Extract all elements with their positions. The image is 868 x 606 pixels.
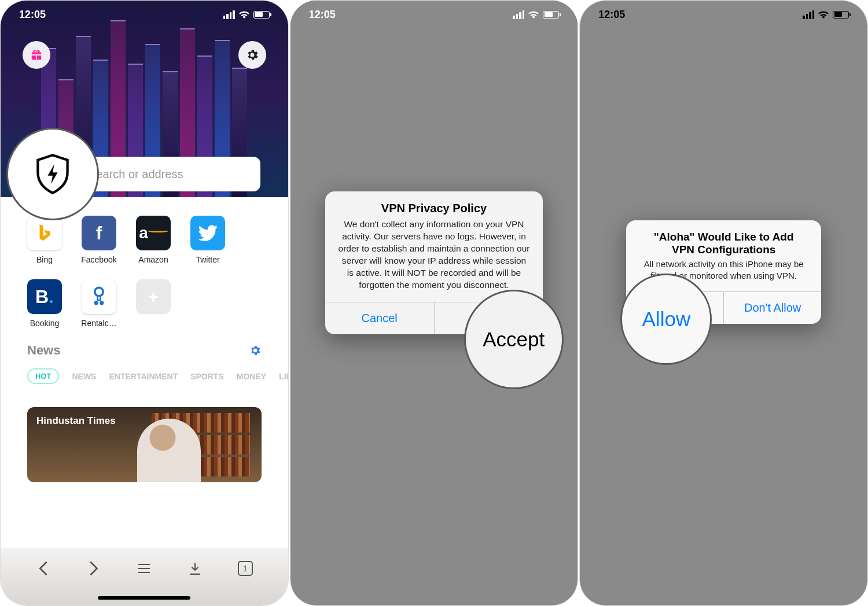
status-time: 12:05 — [19, 9, 46, 21]
cellular-icon — [223, 10, 235, 19]
wifi-icon — [818, 10, 829, 19]
phone-screen-1: 12:05 Bing fFacebook aAmazon Twitter B.B… — [0, 0, 289, 606]
tile-booking[interactable]: B.Booking — [25, 279, 64, 328]
phone-screen-3: 12:05 "Aloha" Would Like to Add VPN Conf… — [579, 0, 868, 606]
status-bar: 12:05 — [580, 1, 867, 28]
gift-button[interactable] — [23, 41, 50, 69]
status-icons — [513, 10, 559, 19]
menu-button[interactable] — [135, 559, 153, 578]
modal-title: VPN Privacy Policy — [325, 191, 543, 219]
battery-icon — [543, 11, 559, 19]
system-vpn-modal: "Aloha" Would Like to Add VPN Configurat… — [626, 220, 821, 324]
settings-button[interactable] — [238, 41, 266, 69]
vpn-privacy-modal: VPN Privacy Policy We don't collect any … — [325, 191, 543, 334]
news-section: News HOT NEWS ENTERTAINMENT SPORTS MONEY… — [1, 328, 288, 384]
tile-twitter[interactable]: Twitter — [188, 216, 227, 264]
downloads-button[interactable] — [186, 559, 204, 578]
tabs-button[interactable]: 1 — [236, 559, 255, 578]
status-icons — [223, 10, 270, 19]
gift-icon — [30, 49, 43, 61]
back-button[interactable] — [34, 559, 53, 578]
modal-title: "Aloha" Would Like to Add VPN Configurat… — [626, 220, 821, 258]
tile-amazon[interactable]: aAmazon — [134, 216, 173, 264]
cellular-icon — [803, 10, 814, 19]
svg-point-1 — [95, 287, 103, 295]
news-tab-lifestyle[interactable]: LIFES — [279, 372, 289, 381]
status-bar: 12:05 — [1, 1, 288, 28]
phone-screen-2: 12:05 Bing fFacebook aAmazon Twitter B.B… — [290, 0, 579, 606]
dont-allow-button[interactable]: Don't Allow — [723, 292, 821, 324]
cellular-icon — [513, 10, 524, 19]
news-article-card[interactable]: Hindustan Times — [27, 407, 262, 482]
search-icon[interactable] — [61, 164, 80, 184]
svg-point-3 — [100, 301, 104, 305]
forward-button[interactable] — [84, 559, 103, 578]
news-tab-news[interactable]: NEWS — [72, 372, 96, 381]
accept-button[interactable]: Accept — [434, 302, 543, 334]
tile-rentalcars[interactable]: Rentalc… — [79, 279, 119, 328]
news-heading: News — [27, 343, 60, 358]
search-input[interactable] — [89, 168, 251, 181]
modal-message: All network activity on this iPhone may … — [626, 258, 821, 291]
news-tab-hot[interactable]: HOT — [27, 368, 59, 384]
article-source: Hindustan Times — [36, 415, 116, 427]
svg-point-2 — [94, 301, 98, 305]
svg-point-0 — [67, 171, 72, 176]
news-tab-sports[interactable]: SPORTS — [190, 372, 224, 381]
battery-icon — [833, 11, 849, 19]
wifi-icon — [238, 10, 250, 19]
allow-button[interactable]: Allow — [626, 292, 723, 324]
tile-add[interactable]: + — [134, 279, 173, 328]
modal-message: We don't collect any information on your… — [325, 219, 543, 302]
news-tab-money[interactable]: MONEY — [237, 372, 266, 381]
status-icons — [803, 10, 849, 19]
speed-dial-grid: Bing fFacebook aAmazon Twitter B.Booking… — [1, 197, 288, 328]
tile-facebook[interactable]: fFacebook — [79, 216, 119, 264]
news-settings-button[interactable] — [249, 344, 262, 357]
gear-icon — [249, 344, 262, 357]
news-tab-entertainment[interactable]: ENTERTAINMENT — [109, 372, 178, 381]
gear-icon — [245, 48, 259, 62]
status-time: 12:05 — [309, 9, 336, 21]
cancel-button[interactable]: Cancel — [325, 302, 434, 334]
status-time: 12:05 — [598, 9, 625, 21]
battery-icon — [253, 11, 270, 19]
wifi-icon — [528, 10, 539, 19]
home-indicator[interactable] — [98, 596, 190, 600]
search-bar[interactable] — [28, 157, 260, 191]
news-tabs: HOT NEWS ENTERTAINMENT SPORTS MONEY LIFE… — [27, 368, 262, 384]
status-bar: 12:05 — [290, 1, 578, 28]
vpn-shield-small-icon[interactable] — [38, 167, 53, 182]
tile-bing[interactable]: Bing — [25, 216, 64, 264]
